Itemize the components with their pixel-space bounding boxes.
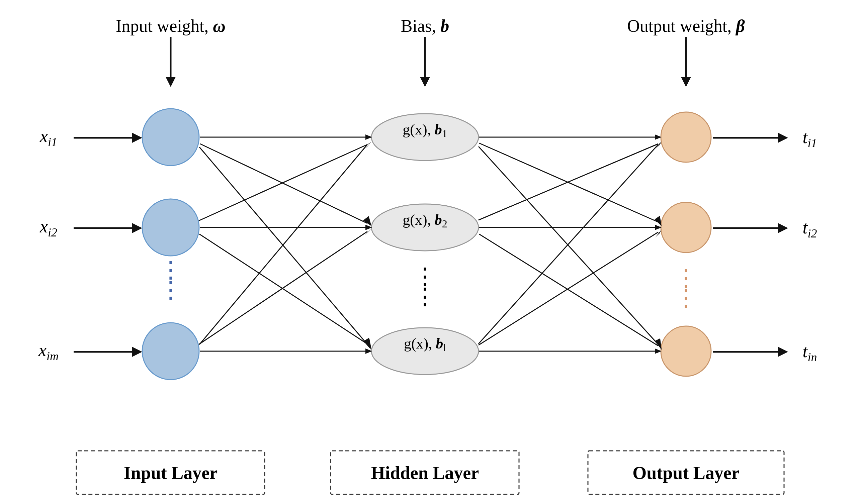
- svg-marker-8: [132, 133, 142, 143]
- svg-marker-12: [132, 347, 142, 357]
- svg-text:⋮: ⋮: [413, 284, 437, 309]
- svg-marker-10: [132, 223, 142, 233]
- output-node-3: [661, 326, 711, 376]
- svg-marker-20: [778, 347, 788, 357]
- svg-marker-5: [681, 77, 691, 87]
- input-weight-label: Input weight, ω: [116, 16, 226, 36]
- hidden-node-1-label: g(x), b1: [402, 122, 447, 139]
- input-label-1: xi1: [40, 126, 57, 149]
- svg-marker-1: [166, 77, 176, 87]
- svg-marker-16: [778, 133, 788, 143]
- output-node-1: [661, 112, 711, 162]
- svg-marker-3: [420, 77, 430, 87]
- svg-marker-24: [363, 216, 371, 226]
- input-label-2: xi2: [40, 216, 57, 239]
- svg-line-53: [479, 232, 658, 345]
- output-label-1: ti1: [803, 127, 817, 150]
- svg-marker-18: [778, 223, 788, 233]
- input-layer-label: Input Layer: [124, 463, 218, 483]
- output-label-3: tin: [803, 341, 817, 364]
- input-node-3: [142, 323, 199, 380]
- hidden-layer-label: Hidden Layer: [371, 463, 479, 483]
- svg-line-51: [479, 144, 658, 344]
- output-layer-label: Output Layer: [632, 463, 739, 483]
- bias-label: Bias, b: [401, 16, 449, 36]
- svg-line-27: [199, 144, 367, 221]
- input-node-1: [142, 109, 199, 166]
- hidden-node-3-label: g(x), bl: [404, 335, 446, 353]
- diagram-container: Input weight, ω Bias, b Output weight, β…: [0, 0, 861, 504]
- svg-line-49: [479, 234, 658, 346]
- svg-line-31: [200, 234, 368, 345]
- svg-marker-52: [655, 142, 661, 149]
- output-node-2: [661, 202, 711, 252]
- output-label-2: ti2: [803, 218, 817, 240]
- hidden-node-2-label: g(x), b2: [402, 212, 447, 230]
- svg-line-43: [479, 146, 658, 345]
- input-label-3: xim: [38, 340, 58, 363]
- svg-text:⋮: ⋮: [159, 277, 182, 303]
- input-node-2: [142, 199, 199, 256]
- svg-text:⋮: ⋮: [674, 285, 698, 311]
- output-weight-label: Output weight, β: [627, 16, 745, 36]
